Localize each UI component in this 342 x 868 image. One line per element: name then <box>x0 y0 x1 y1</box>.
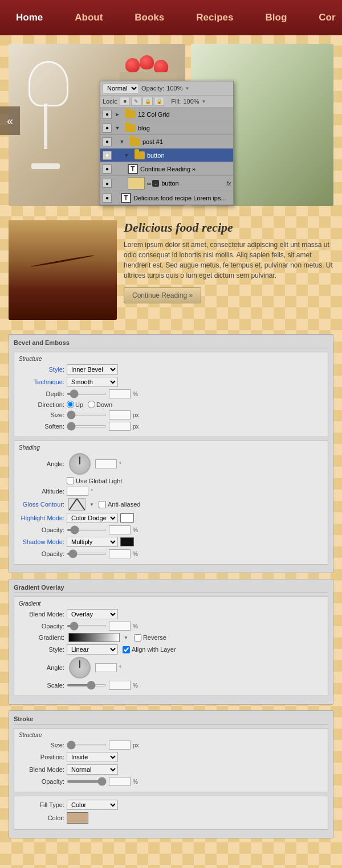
nav-home[interactable]: Home <box>0 0 59 35</box>
layer-row-button-folder[interactable]: ● ▼ button <box>100 149 233 162</box>
layer-eye-blog[interactable]: ● <box>103 124 112 133</box>
stroke-fill-type-dropdown[interactable]: Color <box>67 800 118 810</box>
align-layer-checkbox[interactable] <box>123 646 130 653</box>
layer-expand-post1[interactable]: ▼ <box>119 138 125 145</box>
go-opacity-input[interactable]: 10 <box>109 622 131 631</box>
layer-eye-continue[interactable]: ● <box>103 164 112 174</box>
go-angle-unit: ° <box>119 665 121 671</box>
stroke-blend-mode-row: Blend Mode: Normal <box>19 764 323 775</box>
shadow-opacity-unit: % <box>133 551 138 557</box>
stroke-blend-dropdown[interactable]: Normal <box>67 764 118 775</box>
layer-row-delicious-text[interactable]: ● T Delicious food recipe Lorem ips... <box>100 191 233 205</box>
go-style-dropdown[interactable]: Linear <box>67 644 118 655</box>
depth-slider[interactable] <box>67 393 107 395</box>
go-scale-label: Scale: <box>19 682 64 689</box>
anti-aliased-label[interactable]: Anti-aliased <box>99 501 140 508</box>
style-dropdown[interactable]: Inner Bevel <box>67 364 118 375</box>
layer-row-blog[interactable]: ● ▼ blog <box>100 121 233 135</box>
layer-eye-post1[interactable]: ● <box>103 137 112 146</box>
reverse-label[interactable]: Reverse <box>134 634 166 641</box>
layer-row-grid[interactable]: ● ► 12 Col Grid <box>100 108 233 121</box>
depth-input[interactable]: 100 <box>109 389 131 398</box>
gradient-overlay-panel: Gradient Overlay Gradient Blend Mode: Ov… <box>9 579 333 705</box>
opacity-dropdown-arrow[interactable]: ▼ <box>185 86 190 91</box>
angle-dial[interactable] <box>69 453 91 475</box>
fill-dropdown-arrow[interactable]: ▼ <box>202 99 206 104</box>
size-slider[interactable] <box>67 414 107 416</box>
highlight-color-box[interactable] <box>120 513 134 523</box>
go-opacity-slider[interactable] <box>67 625 107 627</box>
size-input[interactable]: 1 <box>109 410 131 419</box>
angle-input[interactable]: 90 <box>95 459 117 468</box>
gradient-dropdown-arrow[interactable]: ▼ <box>124 635 128 640</box>
align-layer-label[interactable]: Align with Layer <box>123 646 176 653</box>
go-angle-row: Angle: 90 ° <box>19 657 323 678</box>
blend-mode-dropdown[interactable]: Normal <box>103 83 139 93</box>
nav-recipes[interactable]: Recipes <box>180 0 249 35</box>
layer-eye-grid[interactable]: ● <box>103 110 112 119</box>
altitude-input[interactable]: 30 <box>67 487 88 496</box>
layer-eye-button-layer[interactable]: ● <box>103 179 112 188</box>
shadow-opacity-input[interactable]: 5 <box>109 549 131 558</box>
shadow-mode-dropdown[interactable]: Multiply <box>67 537 118 547</box>
direction-up-radio[interactable] <box>67 401 74 408</box>
highlight-opacity-input[interactable]: 12 <box>109 525 131 534</box>
layer-eye-delicious[interactable]: ● <box>103 194 112 203</box>
highlight-mode-dropdown[interactable]: Color Dodge <box>67 513 118 523</box>
go-angle-input[interactable]: 90 <box>95 663 117 672</box>
global-light-checkbox[interactable] <box>67 477 74 484</box>
direction-down-radio[interactable] <box>88 401 95 408</box>
layer-fx-badge: fx <box>226 180 231 187</box>
lock-all-icon[interactable]: 🔒 <box>154 97 164 106</box>
technique-dropdown[interactable]: Smooth <box>67 377 118 387</box>
go-angle-dial[interactable] <box>69 657 91 678</box>
stroke-opacity-input[interactable]: 100 <box>109 777 131 786</box>
nav-blog[interactable]: Blog <box>250 0 303 35</box>
lock-position-icon[interactable]: 🔒 <box>142 97 153 106</box>
soften-slider[interactable] <box>67 425 107 427</box>
shadow-color-box[interactable] <box>120 537 134 546</box>
go-scale-input[interactable]: 100 <box>109 681 131 690</box>
layer-row-continue-text[interactable]: ● T Continue Reading » <box>100 162 233 176</box>
go-scale-slider[interactable] <box>67 684 107 686</box>
shadow-opacity-row: Opacity: 5 % <box>19 549 323 558</box>
layer-row-button-layer[interactable]: ● ∞ - button fx <box>100 176 233 191</box>
stroke-color-box[interactable] <box>67 812 88 824</box>
continue-reading-button[interactable]: Continue Reading » <box>124 287 201 303</box>
layer-expand-grid[interactable]: ► <box>114 111 121 118</box>
direction-up-label[interactable]: Up <box>67 401 83 408</box>
stroke-size-input[interactable]: 1 <box>109 741 131 750</box>
go-scale-unit: % <box>133 682 138 689</box>
layer-row-post1[interactable]: ● ▼ post #1 <box>100 135 233 149</box>
nav-arrow-left[interactable]: « <box>0 106 20 135</box>
highlight-opacity-slider[interactable] <box>67 529 107 531</box>
contour-dropdown-arrow[interactable]: ▼ <box>89 502 94 507</box>
stroke-opacity-unit: % <box>133 779 138 785</box>
anti-aliased-checkbox[interactable] <box>99 501 106 508</box>
direction-down-label[interactable]: Down <box>88 401 112 408</box>
highlight-opacity-label: Opacity: <box>19 526 64 533</box>
stroke-fill-section: Fill Type: Color Color: <box>14 796 328 830</box>
layer-eye-button-folder[interactable]: ● <box>103 151 112 160</box>
layer-expand-blog[interactable]: ▼ <box>114 125 121 131</box>
gradient-preview-box[interactable] <box>68 633 120 642</box>
stroke-size-slider[interactable] <box>67 744 107 746</box>
reverse-checkbox[interactable] <box>134 634 141 641</box>
gloss-contour-preview[interactable] <box>68 498 85 511</box>
go-blend-dropdown[interactable]: Overlay <box>67 609 118 619</box>
stroke-position-dropdown[interactable]: Inside <box>67 752 118 762</box>
nav-books[interactable]: Books <box>119 0 180 35</box>
global-light-checkbox-label[interactable]: Use Global Light <box>67 477 122 484</box>
lock-transparency-icon[interactable]: ■ <box>120 97 130 106</box>
size-label: Size: <box>19 412 64 418</box>
nav-bar: Home About Books Recipes Blog Cor <box>0 0 342 35</box>
layer-expand-button-folder[interactable]: ▼ <box>123 152 130 159</box>
nav-about[interactable]: About <box>59 0 119 35</box>
lock-image-icon[interactable]: ✎ <box>131 97 141 106</box>
shadow-opacity-slider[interactable] <box>67 553 107 555</box>
nav-cor[interactable]: Cor <box>303 0 342 35</box>
stroke-title: Stroke <box>14 715 328 725</box>
stroke-opacity-slider[interactable] <box>67 780 107 783</box>
bevel-emboss-panel: Bevel and Emboss Structure Style: Inner … <box>9 334 333 573</box>
soften-input[interactable]: 0 <box>109 422 131 431</box>
